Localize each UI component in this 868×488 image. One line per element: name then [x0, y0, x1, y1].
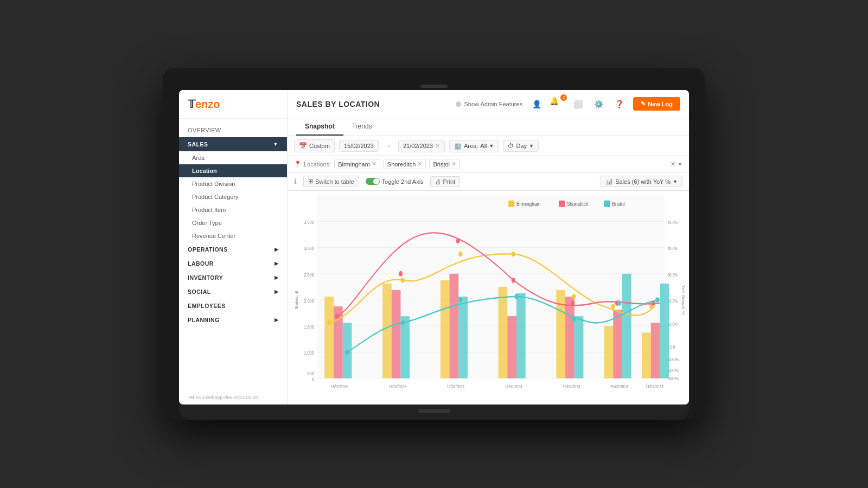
svg-rect-76 — [508, 201, 514, 207]
new-log-button[interactable]: ✎ New Log — [633, 97, 680, 111]
svg-text:YoY Growth %: YoY Growth % — [681, 285, 685, 315]
map-icon: 📍 — [294, 160, 302, 168]
chart-area: 3,500 3,000 2,500 2,000 1,500 1,000 500 … — [288, 191, 689, 404]
clock-icon: ⏱ — [508, 143, 514, 149]
chevron-right-icon: ▶ — [275, 261, 279, 266]
svg-rect-50 — [458, 297, 468, 378]
sidebar-item-labour[interactable]: LABOUR ▶ — [179, 256, 287, 271]
location-tag-birmingham[interactable]: Birmingham ✕ — [334, 159, 380, 169]
sidebar-item-area[interactable]: Area — [179, 151, 287, 164]
admin-toggle[interactable]: Show Admin Features — [456, 101, 523, 107]
chart-svg: 3,500 3,000 2,500 2,000 1,500 1,000 500 … — [292, 195, 685, 404]
main-content: SALES BY LOCATION Show Admin Features 👤 … — [288, 90, 689, 404]
sidebar-item-inventory[interactable]: INVENTORY ▶ — [179, 271, 287, 285]
chevron-right-icon: ▶ — [275, 289, 279, 294]
svg-point-59 — [572, 294, 576, 299]
version-text: Tenzo v.webapp-dev-2023.02.20 — [179, 390, 287, 404]
toggle-track — [366, 178, 380, 185]
granularity-filter[interactable]: ⏱ Day ▼ — [503, 140, 538, 152]
svg-point-73 — [572, 317, 576, 322]
svg-rect-39 — [604, 326, 613, 378]
toggle-axis-control[interactable]: Toggle 2nd Axis — [366, 178, 424, 185]
sidebar-item-product-category[interactable]: Product Category — [179, 190, 287, 203]
svg-rect-42 — [392, 290, 401, 378]
chevron-down-icon: ▼ — [529, 143, 534, 149]
date-to-filter[interactable]: 21/02/2023 ✕ — [398, 140, 445, 152]
switch-table-button[interactable]: ⊞ Switch to table — [303, 176, 359, 187]
sidebar-item-product-item[interactable]: Product Item — [179, 203, 287, 216]
notification-badge: 2 — [560, 94, 567, 101]
svg-point-64 — [456, 239, 460, 244]
date-clear-icon[interactable]: ✕ — [435, 143, 440, 150]
svg-point-57 — [458, 252, 462, 257]
svg-text:-10.0%: -10.0% — [667, 357, 679, 363]
close-icon[interactable]: ✕ — [671, 160, 675, 168]
svg-text:44.0%: 44.0% — [667, 220, 678, 225]
sales-metric-dropdown[interactable]: 📊 Sales (6) with YoY % ▼ — [601, 176, 682, 187]
remove-birmingham-icon[interactable]: ✕ — [372, 160, 376, 168]
sidebar-item-sales[interactable]: SALES ▼ — [179, 137, 287, 151]
sidebar: 𝕋enzo OVERVIEW SALES ▼ Area Location Pro… — [179, 90, 288, 404]
table-icon: ⊞ — [308, 178, 313, 185]
svg-rect-54 — [660, 284, 669, 378]
svg-rect-52 — [575, 316, 584, 378]
svg-point-72 — [514, 294, 518, 299]
locations-label: 📍 Locations: — [294, 160, 331, 168]
date-preset-filter[interactable]: 📅 Custom — [294, 139, 335, 152]
chevron-right-icon: ▶ — [275, 247, 279, 252]
svg-text:1,500: 1,500 — [304, 324, 314, 330]
sidebar-item-employees[interactable]: EMPLOYEES — [179, 299, 287, 313]
svg-rect-40 — [642, 332, 651, 378]
logo-area: 𝕋enzo — [179, 90, 287, 119]
svg-text:2,000: 2,000 — [304, 298, 314, 304]
svg-text:30.0%: 30.0% — [667, 272, 678, 278]
tab-snapshot[interactable]: Snapshot — [296, 118, 343, 136]
chevron-down-icon: ▼ — [673, 179, 678, 184]
location-tag-shoreditch[interactable]: Shoreditch ✕ — [384, 159, 426, 169]
sidebar-item-planning[interactable]: PLANNING ▶ — [179, 313, 287, 327]
user-icon[interactable]: 👤 — [529, 97, 544, 112]
remove-bristol-icon[interactable]: ✕ — [451, 160, 456, 168]
sidebar-item-operations[interactable]: OPERATIONS ▶ — [179, 242, 287, 256]
svg-point-55 — [327, 320, 331, 325]
sidebar-item-product-division[interactable]: Product Division — [179, 177, 287, 190]
logo: 𝕋enzo — [188, 98, 278, 111]
tab-trends[interactable]: Trends — [343, 118, 381, 136]
svg-rect-36 — [441, 280, 450, 378]
notification-icon[interactable]: 🔔 2 — [550, 97, 565, 112]
settings-icon[interactable]: ⚙️ — [591, 97, 606, 112]
help-icon[interactable]: ❓ — [611, 97, 627, 112]
svg-text:500: 500 — [307, 370, 314, 376]
svg-rect-35 — [382, 284, 392, 378]
svg-rect-47 — [651, 323, 660, 378]
topbar-icons: 👤 🔔 2 ⬜ ⚙️ ❓ — [529, 97, 627, 112]
svg-point-62 — [335, 313, 339, 319]
svg-point-65 — [512, 278, 515, 283]
svg-text:Birmingham: Birmingham — [516, 201, 541, 207]
sidebar-item-order-type[interactable]: Order Type — [179, 216, 287, 229]
svg-rect-46 — [613, 310, 622, 378]
chevron-down-icon: ▼ — [489, 143, 494, 149]
tablet-icon[interactable]: ⬜ — [570, 97, 585, 112]
area-filter[interactable]: 🏢 Area: All ▼ — [449, 140, 499, 152]
chevron-down-icon[interactable]: ▼ — [678, 162, 682, 167]
svg-rect-49 — [400, 316, 410, 378]
location-tag-bristol[interactable]: Bristol ✕ — [429, 159, 460, 169]
svg-point-66 — [571, 300, 575, 306]
sidebar-item-overview[interactable]: OVERVIEW — [179, 123, 287, 137]
page-title: SALES BY LOCATION — [296, 100, 449, 108]
remove-shoreditch-icon[interactable]: ✕ — [417, 160, 422, 168]
print-button[interactable]: 🖨 Print — [430, 176, 461, 187]
sidebar-item-revenue-center[interactable]: Revenue Center — [179, 229, 287, 242]
date-from-filter[interactable]: 15/02/2023 — [339, 140, 379, 152]
info-icon[interactable]: ℹ — [294, 177, 297, 185]
svg-point-56 — [400, 278, 404, 283]
svg-text:Shoreditch: Shoreditch — [567, 201, 589, 207]
chart-controls: ℹ ⊞ Switch to table Toggle 2nd Axis 🖨 Pr… — [288, 172, 689, 191]
svg-point-60 — [611, 304, 615, 309]
sidebar-item-location[interactable]: Location — [179, 164, 287, 177]
sidebar-item-social[interactable]: SOCIAL ▶ — [179, 285, 287, 299]
svg-text:16/02/2023: 16/02/2023 — [389, 384, 406, 389]
svg-rect-51 — [516, 293, 526, 378]
area-icon: 🏢 — [454, 143, 462, 150]
